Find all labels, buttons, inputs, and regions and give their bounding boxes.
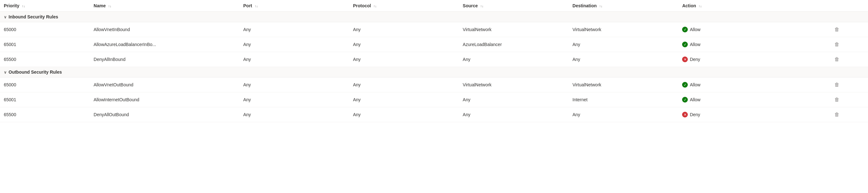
cell-priority: 65000: [0, 78, 90, 92]
section-header-0[interactable]: ∨Inbound Security Rules: [0, 12, 868, 22]
cell-delete: 🗑: [828, 78, 868, 92]
cell-name: DenyAllInBound: [90, 52, 240, 67]
cell-source: Any: [459, 52, 569, 67]
table-row[interactable]: 65500DenyAllInBoundAnyAnyAnyAny✕Deny🗑: [0, 52, 868, 67]
col-header-delete: [828, 0, 868, 12]
cell-port: Any: [240, 92, 349, 107]
col-header-source[interactable]: Source ↑↓: [459, 0, 569, 12]
deny-icon: ✕: [682, 56, 688, 62]
cell-name: AllowVnetOutBound: [90, 78, 240, 92]
action-label: Allow: [690, 27, 700, 32]
section-title-1: Outbound Security Rules: [8, 70, 62, 75]
col-header-action[interactable]: Action ↑↓: [678, 0, 828, 12]
cell-action: ✓Allow: [678, 37, 828, 52]
cell-priority: 65500: [0, 52, 90, 67]
cell-source: VirtualNetwork: [459, 22, 569, 37]
cell-priority: 65000: [0, 22, 90, 37]
sort-icon-action[interactable]: ↑↓: [699, 4, 702, 8]
col-header-port[interactable]: Port ↑↓: [240, 0, 349, 12]
cell-name: DenyAllOutBound: [90, 107, 240, 122]
cell-protocol: Any: [349, 37, 459, 52]
cell-source: Any: [459, 107, 569, 122]
delete-button[interactable]: 🗑: [832, 81, 842, 89]
table-row[interactable]: 65001AllowAzureLoadBalancerInBo...AnyAny…: [0, 37, 868, 52]
cell-priority: 65001: [0, 92, 90, 107]
cell-action: ✕Deny: [678, 52, 828, 67]
cell-action: ✓Allow: [678, 22, 828, 37]
table-row[interactable]: 65001AllowInternetOutBoundAnyAnyAnyInter…: [0, 92, 868, 107]
cell-delete: 🗑: [828, 22, 868, 37]
action-label: Allow: [690, 97, 700, 102]
sort-icon-priority[interactable]: ↑↓: [22, 4, 25, 8]
allow-icon: ✓: [682, 27, 688, 32]
cell-destination: VirtualNetwork: [569, 78, 679, 92]
cell-destination: Internet: [569, 92, 679, 107]
table-row[interactable]: 65000AllowVnetInBoundAnyAnyVirtualNetwor…: [0, 22, 868, 37]
cell-source: Any: [459, 92, 569, 107]
action-label: Allow: [690, 42, 700, 47]
cell-port: Any: [240, 78, 349, 92]
allow-icon: ✓: [682, 82, 688, 88]
cell-action: ✕Deny: [678, 107, 828, 122]
table-body: ∨Inbound Security Rules65000AllowVnetInB…: [0, 12, 868, 122]
col-header-destination[interactable]: Destination ↑↓: [569, 0, 679, 12]
cell-source: AzureLoadBalancer: [459, 37, 569, 52]
delete-button[interactable]: 🗑: [832, 55, 842, 63]
sort-icon-port[interactable]: ↑↓: [255, 4, 258, 8]
cell-delete: 🗑: [828, 107, 868, 122]
cell-priority: 65001: [0, 37, 90, 52]
cell-source: VirtualNetwork: [459, 78, 569, 92]
sort-icon-destination[interactable]: ↑↓: [599, 4, 602, 8]
cell-destination: Any: [569, 107, 679, 122]
cell-name: AllowAzureLoadBalancerInBo...: [90, 37, 240, 52]
cell-action: ✓Allow: [678, 78, 828, 92]
cell-destination: Any: [569, 37, 679, 52]
header-row: Priority ↑↓ Name ↑↓ Port ↑↓ Protocol ↑↓ …: [0, 0, 868, 12]
action-label: Deny: [690, 112, 700, 117]
cell-delete: 🗑: [828, 37, 868, 52]
col-header-protocol[interactable]: Protocol ↑↓: [349, 0, 459, 12]
delete-button[interactable]: 🗑: [832, 95, 842, 104]
cell-name: AllowInternetOutBound: [90, 92, 240, 107]
allow-icon: ✓: [682, 42, 688, 47]
allow-icon: ✓: [682, 97, 688, 103]
cell-destination: Any: [569, 52, 679, 67]
cell-port: Any: [240, 107, 349, 122]
sort-icon-protocol[interactable]: ↑↓: [373, 4, 377, 8]
section-header-1[interactable]: ∨Outbound Security Rules: [0, 67, 868, 78]
section-title-0: Inbound Security Rules: [8, 14, 58, 19]
delete-button[interactable]: 🗑: [832, 25, 842, 34]
cell-protocol: Any: [349, 78, 459, 92]
cell-port: Any: [240, 37, 349, 52]
cell-name: AllowVnetInBound: [90, 22, 240, 37]
cell-priority: 65500: [0, 107, 90, 122]
col-header-name[interactable]: Name ↑↓: [90, 0, 240, 12]
security-rules-table: Priority ↑↓ Name ↑↓ Port ↑↓ Protocol ↑↓ …: [0, 0, 868, 122]
cell-destination: VirtualNetwork: [569, 22, 679, 37]
table-header: Priority ↑↓ Name ↑↓ Port ↑↓ Protocol ↑↓ …: [0, 0, 868, 12]
delete-button[interactable]: 🗑: [832, 40, 842, 49]
cell-protocol: Any: [349, 92, 459, 107]
cell-port: Any: [240, 52, 349, 67]
sort-icon-name[interactable]: ↑↓: [108, 4, 111, 8]
action-label: Deny: [690, 57, 700, 62]
action-label: Allow: [690, 82, 700, 87]
section-chevron-0[interactable]: ∨: [4, 15, 7, 19]
cell-action: ✓Allow: [678, 92, 828, 107]
section-chevron-1[interactable]: ∨: [4, 70, 7, 75]
cell-protocol: Any: [349, 52, 459, 67]
col-header-priority[interactable]: Priority ↑↓: [0, 0, 90, 12]
cell-protocol: Any: [349, 22, 459, 37]
cell-protocol: Any: [349, 107, 459, 122]
table-row[interactable]: 65500DenyAllOutBoundAnyAnyAnyAny✕Deny🗑: [0, 107, 868, 122]
cell-port: Any: [240, 22, 349, 37]
deny-icon: ✕: [682, 112, 688, 117]
cell-delete: 🗑: [828, 92, 868, 107]
sort-icon-source[interactable]: ↑↓: [480, 4, 484, 8]
delete-button[interactable]: 🗑: [832, 110, 842, 119]
cell-delete: 🗑: [828, 52, 868, 67]
table-row[interactable]: 65000AllowVnetOutBoundAnyAnyVirtualNetwo…: [0, 78, 868, 92]
